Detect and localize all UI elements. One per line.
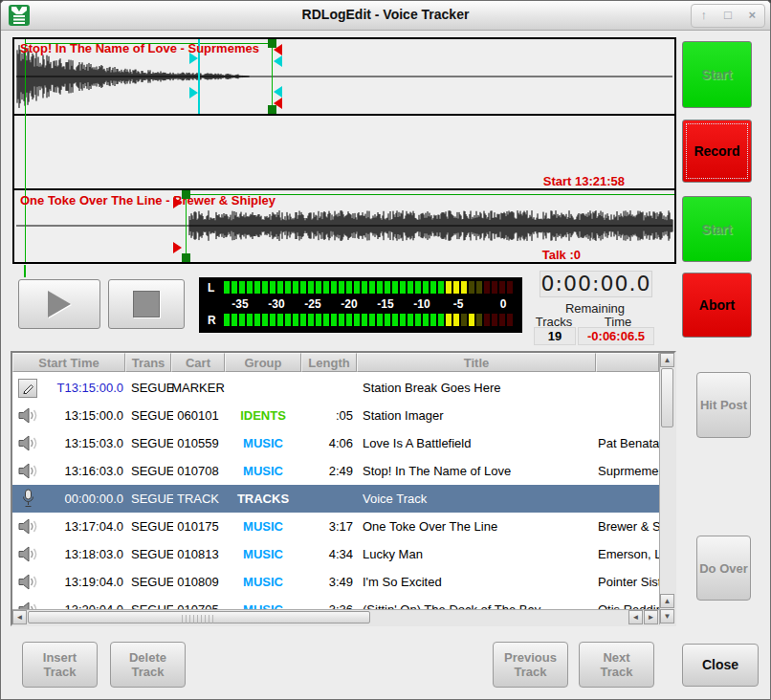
start-record-button[interactable]: Start [682,41,752,108]
cell-time: 13:17:04.0 [39,513,123,540]
meter-segment [408,281,413,294]
meter-segment [385,281,390,294]
meter-segment [323,314,329,326]
column-header-trans[interactable]: Trans [125,353,171,372]
scroll-down-icon[interactable]: ▼ [660,609,674,623]
log-row[interactable]: 13:20:04.0SEGUE010705MUSIC3:36(Sittin' O… [12,596,659,609]
meter-segment [308,314,314,326]
log-row[interactable]: 13:18:03.0SEGUE010813MUSIC4:34Lucky ManE… [12,540,659,568]
meter-segment [285,314,291,326]
cell-title: Love Is A Battlefield [363,429,596,457]
meter-scale: -35-30-25-20-15-10-50 [224,297,518,312]
column-header-start-time[interactable]: Start Time [12,353,125,372]
meter-segment [231,281,237,294]
insert-track-button[interactable]: Insert Track [22,642,98,688]
do-over-button[interactable]: Do Over [696,536,751,601]
track2-start-top-handle[interactable] [182,190,190,199]
meter-segment [415,281,421,294]
close-button[interactable]: Close [682,644,759,687]
cell-group: TRACKS [225,485,301,513]
track2-cue-top-icon[interactable] [173,197,182,208]
talk-marker-top-icon[interactable] [189,53,198,64]
log-row[interactable]: 13:19:04.0SEGUE010809MUSIC3:49I'm So Exc… [12,568,659,596]
scroll-up-icon[interactable]: ▲ [660,353,674,367]
track2-start-bottom-handle[interactable] [182,253,190,262]
scroll-right-icon[interactable]: ► [644,610,658,624]
elapsed-time-display: 0:00:00.0 [540,271,652,297]
fade-marker-bottom-icon[interactable] [274,98,282,109]
meter-segment [507,314,513,326]
cell-artist [598,374,659,402]
scroll-left-icon[interactable]: ◄ [12,610,27,624]
hit-post-button[interactable]: Hit Post [696,372,751,438]
cell-length: 3:49 [299,568,353,596]
vertical-scroll-thumb[interactable] [661,368,673,427]
log-row[interactable]: 13:16:03.0SEGUE010708MUSIC2:49Stop! In T… [12,457,659,485]
delete-track-button[interactable]: Delete Track [110,642,186,688]
track2-cue-bottom-icon[interactable] [173,242,182,253]
cell-time: 13:15:00.0 [39,402,123,429]
cell-title: Station Imager [363,402,596,429]
meter-segment [346,314,352,326]
next-track-button[interactable]: Next Track [579,642,654,688]
log-row[interactable]: 13:15:03.0SEGUE010559MUSIC4:06Love Is A … [12,429,659,457]
scroll-up2-icon[interactable]: ▲ [660,594,674,608]
horizontal-scrollbar[interactable]: ◄ ◄ ► [12,609,659,624]
cell-title: Voice Track [363,485,596,513]
log-row[interactable]: T13:15:00.0SEGUEMARKERStation Break Goes… [12,374,659,402]
segue-marker-bottom-icon[interactable] [274,86,282,98]
meter-scale-tick: -30 [268,297,284,311]
tracks-remaining-value: 19 [534,327,576,345]
cell-group: MUSIC [225,429,301,457]
meter-segment [430,314,436,326]
fade-marker-top-icon[interactable] [274,44,282,55]
cell-artist: Pointer Sisters [598,568,659,596]
log-row[interactable]: 13:17:04.0SEGUE010175MUSIC3:17One Toke O… [12,513,659,540]
meter-segment [300,281,306,294]
segue-marker-top-icon[interactable] [274,55,282,67]
column-header-group[interactable]: Group [225,353,301,372]
log-row[interactable]: 13:15:00.0SEGUE060101IDENTS:05Station Im… [12,402,659,429]
log-row[interactable]: 00:00:00.0SEGUETRACKTRACKSVoice Track [12,485,659,513]
play-button[interactable] [18,279,100,329]
abort-button[interactable]: Abort [682,273,752,338]
cell-group: MUSIC [225,596,301,609]
column-header-blank[interactable] [596,353,659,372]
speaker-icon [14,457,41,485]
stop-button[interactable] [108,279,185,329]
meter-segment [408,314,413,326]
meter-scale-tick: -10 [413,297,430,311]
meter-segment [316,314,321,326]
record-button[interactable]: Record [682,120,752,183]
cell-time: 00:00:00.0 [39,485,123,513]
meter-scale-tick: -15 [377,297,393,311]
talk-marker-bottom-icon[interactable] [189,87,198,98]
previous-track-button[interactable]: Previous Track [493,642,568,688]
maximize-icon[interactable]: □ [716,5,739,27]
horizontal-scroll-thumb[interactable] [28,611,370,623]
column-header-title[interactable]: Title [357,353,596,372]
vertical-scrollbar[interactable]: ▲ ▲ ▼ [659,353,674,624]
meter-segment [492,281,497,294]
waveform-panel[interactable]: Stop! In The Name of Love - Suprmemes St… [12,37,676,264]
titlebar[interactable]: RDLogEdit - Voice Tracker ↑ □ × [1,1,770,31]
column-header-cart[interactable]: Cart [171,353,225,372]
start-next-button[interactable]: Start [682,196,752,262]
scroll-left2-icon[interactable]: ◄ [628,610,643,624]
meter-segment [430,281,436,294]
meter-segment [453,281,459,294]
shade-icon[interactable]: ↑ [692,5,716,27]
cell-artist: Emerson, Lake [598,540,659,568]
meter-scale-tick: 0 [500,297,507,311]
close-window-icon[interactable]: × [740,5,764,27]
meter-segment [507,281,513,294]
cell-artist: Suprmemes [598,457,659,485]
time-remaining-value: -0:06:06.5 [578,327,654,345]
meter-segment [476,314,482,326]
speaker-icon [14,596,41,609]
cell-length: 3:36 [299,596,353,609]
cell-cart: 010708 [171,457,225,485]
cell-length: 4:34 [299,540,353,568]
meter-segment [362,281,367,294]
column-header-length[interactable]: Length [301,353,357,372]
